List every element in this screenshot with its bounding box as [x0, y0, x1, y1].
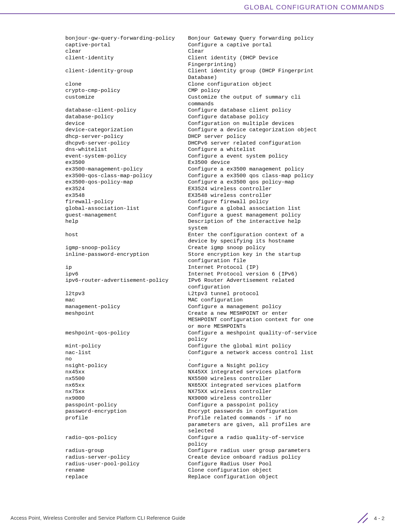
command-name: client-identity-group — [59, 68, 188, 74]
command-description: Configure a captive portal — [188, 42, 374, 48]
command-row: password-encryptionEncrypt passwords in … — [59, 408, 374, 415]
command-name: meshpoint — [59, 310, 188, 317]
command-description: Internet Protocol version 6 (IPv6) — [188, 271, 374, 278]
command-row: inline-password-encryptionStore encrypti… — [59, 251, 374, 258]
command-row: nx75xxNX75XX wireless controller — [59, 388, 374, 395]
command-description: Configure radius user group parameters — [188, 447, 374, 454]
command-description: Configure a guest management policy — [188, 212, 374, 219]
command-row: l2tpv3L2tpv3 tunnel protocol — [59, 291, 374, 297]
command-row: meshpoint-qos-policyConfigure a meshpoin… — [59, 330, 374, 337]
command-row: radius-user-pool-policyConfigure Radius … — [59, 461, 374, 467]
command-name: nx45xx — [59, 369, 188, 375]
command-row: radius-server-policyCreate device onboar… — [59, 454, 374, 461]
page-header: GLOBAL CONFIGURATION COMMANDS — [0, 0, 395, 14]
command-description: MESHPOINT configuration context for one — [188, 317, 374, 323]
command-description: L2tpv3 tunnel protocol — [188, 291, 374, 297]
command-name: bonjour-gw-query-forwarding-policy — [59, 35, 188, 42]
command-row: crypto-cmp-policyCMP policy — [59, 87, 374, 94]
command-name: dns-whitelist — [59, 146, 188, 153]
command-name: dhcp-server-policy — [59, 133, 188, 140]
command-description: MAC configuration — [188, 297, 374, 304]
command-name: l2tpv3 — [59, 291, 188, 297]
command-name — [59, 336, 188, 343]
command-row: radio-qos-policyConfigure a radio qualit… — [59, 434, 374, 441]
command-name — [59, 284, 188, 291]
command-description: NX65XX integrated services platform — [188, 382, 374, 389]
command-name: dhcpv6-server-policy — [59, 140, 188, 147]
command-row: cloneClone configuration object — [59, 81, 374, 88]
command-description: IPv6 Router Advertisement related — [188, 277, 374, 284]
command-row: MESHPOINT configuration context for one — [59, 317, 374, 323]
command-description: Clone configuration object — [188, 467, 374, 474]
command-name: passpoint-policy — [59, 402, 188, 408]
command-name: database-client-policy — [59, 107, 188, 114]
command-name: nx5500 — [59, 375, 188, 382]
command-name: nac-list — [59, 350, 188, 356]
command-row: dhcpv6-server-policyDHCPv6 server relate… — [59, 140, 374, 147]
command-name — [59, 225, 188, 232]
command-name: ip — [59, 264, 188, 271]
command-description: Configure a ex3500 qos class-map policy — [188, 173, 374, 179]
command-row: hostEnter the configuration context of a — [59, 232, 374, 238]
command-name: igmp-snoop-policy — [59, 245, 188, 251]
command-row: nx45xxNX45XX integrated services platfor… — [59, 369, 374, 375]
command-row: clearClear — [59, 48, 374, 55]
command-description: NX75XX wireless controller — [188, 388, 374, 395]
command-name: inline-password-encryption — [59, 251, 188, 258]
command-description: Configure the global mint policy — [188, 343, 374, 350]
command-row: configuration — [59, 284, 374, 291]
command-name: radio-qos-policy — [59, 434, 188, 441]
command-name: database-policy — [59, 114, 188, 120]
command-row: replaceReplace configuration object — [59, 474, 374, 480]
command-description: Create a new MESHPOINT or enter — [188, 310, 374, 317]
command-name: mint-policy — [59, 343, 188, 350]
command-description: configuration file — [188, 258, 374, 264]
command-row: policy — [59, 336, 374, 343]
command-row: mint-policyConfigure the global mint pol… — [59, 343, 374, 350]
command-description: policy — [188, 441, 374, 448]
command-name — [59, 428, 188, 434]
command-name: nsight-policy — [59, 363, 188, 369]
command-row: commands — [59, 101, 374, 107]
command-row: nx9000NX9000 wireless controller — [59, 395, 374, 402]
command-name: mac — [59, 297, 188, 304]
command-name: radius-group — [59, 447, 188, 454]
command-description: Client identity (DHCP Device — [188, 55, 374, 61]
command-row: ex3500-management-policyConfigure a ex35… — [59, 166, 374, 173]
command-row: or more MESHPOINTs — [59, 323, 374, 330]
command-row: customizeCustomize the output of summary… — [59, 94, 374, 101]
command-name: password-encryption — [59, 408, 188, 415]
command-row: device by specifying its hostname — [59, 238, 374, 245]
command-name: host — [59, 232, 188, 238]
command-name: ex3548 — [59, 192, 188, 199]
command-description: Internet Protocol (IP) — [188, 264, 374, 271]
command-name — [59, 421, 188, 428]
command-name — [59, 101, 188, 107]
command-name: ex3500-qos-class-map-policy — [59, 173, 188, 179]
command-name: device — [59, 120, 188, 127]
command-name: ex3500 — [59, 159, 188, 166]
command-description: Configure a Nsight policy — [188, 363, 374, 369]
command-description: Clone configuration object — [188, 81, 374, 88]
command-row: database-client-policyConfigure database… — [59, 107, 374, 114]
command-description: CMP policy — [188, 87, 374, 94]
command-row: bonjour-gw-query-forwarding-policyBonjou… — [59, 35, 374, 42]
command-row: renameClone configuration object — [59, 467, 374, 474]
footer-text: Access Point, Wireless Controller and Se… — [11, 515, 185, 521]
command-row: ex3524EX3524 wireless controller — [59, 186, 374, 192]
command-list: bonjour-gw-query-forwarding-policyBonjou… — [59, 35, 374, 480]
command-description: DHCPv6 server related configuration — [188, 140, 374, 147]
command-row: ipInternet Protocol (IP) — [59, 264, 374, 271]
page-corner-icon — [356, 511, 370, 525]
command-row: ex3500-qos-policy-mapConfigure a ex3500 … — [59, 179, 374, 186]
command-description: Configure a global association list — [188, 205, 374, 212]
command-description: Configure a device categorization object — [188, 127, 374, 133]
command-description: Configure a ex3500 management policy — [188, 166, 374, 173]
command-row: device-categorizationConfigure a device … — [59, 127, 374, 133]
command-name: profile — [59, 415, 188, 421]
command-row: database-policyConfigure database policy — [59, 114, 374, 120]
command-row: meshpointCreate a new MESHPOINT or enter — [59, 310, 374, 317]
command-name: ex3500-management-policy — [59, 166, 188, 173]
command-description: DHCP server policy — [188, 133, 374, 140]
command-description: . — [188, 356, 374, 363]
